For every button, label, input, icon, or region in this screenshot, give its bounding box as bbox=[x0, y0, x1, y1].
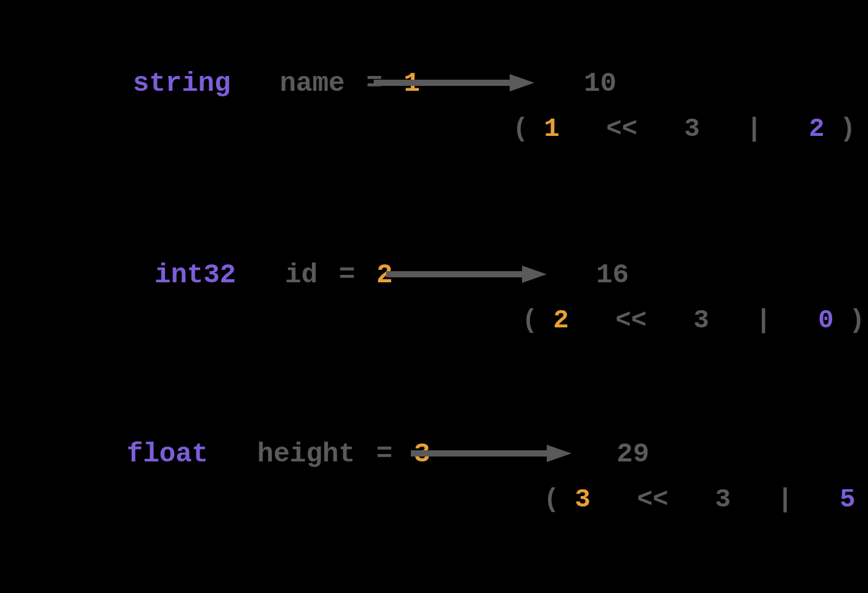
formula-b: 3 bbox=[693, 306, 709, 335]
pipe-operator: | bbox=[777, 485, 793, 515]
formula-b: 3 bbox=[715, 485, 730, 515]
result-value: 29 bbox=[617, 439, 649, 469]
result-value: 10 bbox=[584, 68, 617, 99]
pipe-operator: | bbox=[756, 306, 771, 335]
shift-operator: << bbox=[606, 114, 637, 144]
formula-c: 0 bbox=[818, 306, 833, 335]
formula-expression: ( 2 << 3 | 0 ) bbox=[522, 306, 865, 335]
svg-marker-5 bbox=[547, 445, 571, 462]
pipe-operator: | bbox=[746, 114, 762, 144]
paren-open: ( bbox=[513, 114, 528, 144]
svg-marker-3 bbox=[522, 266, 547, 283]
shift-operator: << bbox=[637, 485, 668, 515]
formula-a: 2 bbox=[553, 306, 568, 335]
field-declaration: float height = 3 bbox=[127, 439, 430, 469]
paren-open: ( bbox=[544, 485, 559, 515]
type-keyword: int32 bbox=[154, 259, 236, 290]
arrow-icon bbox=[386, 266, 547, 283]
arrow-icon bbox=[411, 445, 571, 462]
shift-operator: << bbox=[615, 306, 646, 335]
equals-sign: = bbox=[339, 259, 355, 290]
variable-name: id bbox=[285, 259, 318, 290]
arrow-icon bbox=[374, 74, 534, 91]
paren-open: ( bbox=[522, 306, 537, 335]
formula-b: 3 bbox=[684, 114, 699, 144]
paren-close: ) bbox=[849, 306, 865, 335]
type-keyword: float bbox=[127, 439, 208, 469]
equals-sign: = bbox=[376, 439, 392, 469]
svg-marker-1 bbox=[510, 74, 534, 91]
formula-c: 5 bbox=[840, 485, 855, 515]
formula-c: 2 bbox=[809, 114, 824, 144]
variable-name: height bbox=[257, 439, 355, 469]
formula-expression: ( 1 << 3 | 2 ) bbox=[513, 114, 856, 144]
paren-close: ) bbox=[840, 114, 856, 144]
field-declaration: int32 id = 2 bbox=[154, 259, 393, 290]
result-value: 16 bbox=[596, 259, 629, 290]
formula-expression: ( 3 << 3 | 5 ) bbox=[544, 485, 868, 515]
formula-a: 3 bbox=[575, 485, 590, 515]
type-keyword: string bbox=[133, 68, 230, 99]
formula-a: 1 bbox=[544, 114, 559, 144]
variable-name: name bbox=[280, 68, 345, 99]
